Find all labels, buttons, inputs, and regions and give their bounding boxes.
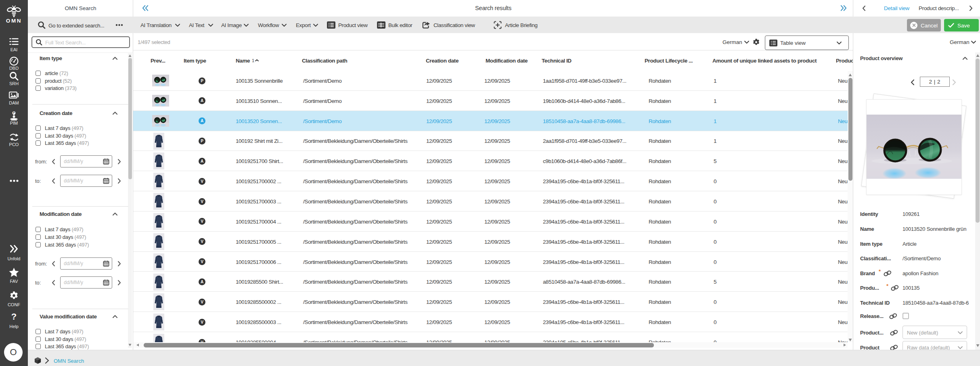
svg-text:P: P [13,111,15,114]
